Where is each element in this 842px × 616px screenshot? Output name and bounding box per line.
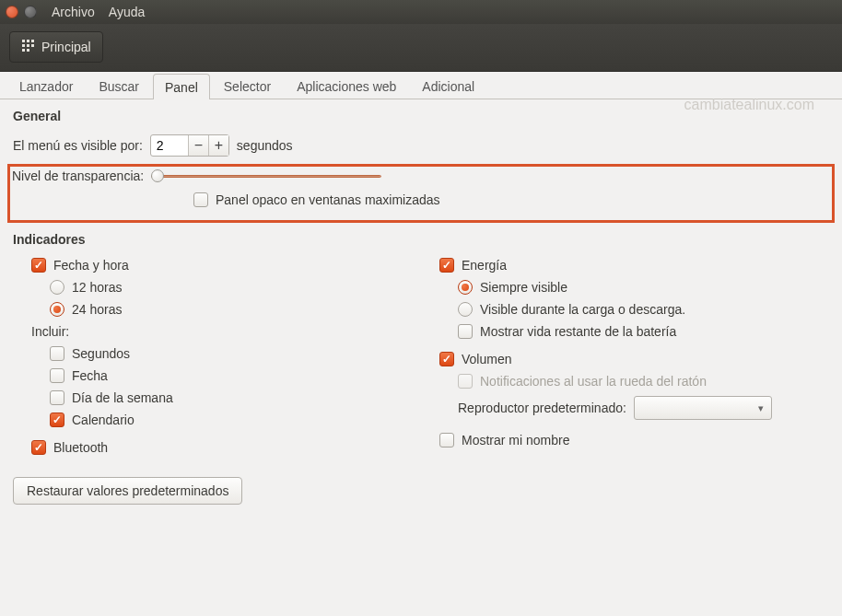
grid-icon (21, 39, 36, 56)
seconds-label: Segundos (72, 346, 130, 361)
content-area: General El menú es visible por: − + segu… (0, 99, 842, 517)
checkbox-icon (193, 192, 208, 207)
menu-visible-plus[interactable]: + (208, 135, 228, 156)
checkbox-icon (50, 346, 64, 361)
transparency-row: Nivel de transparencia: (12, 169, 826, 183)
svg-rect-1 (27, 40, 29, 42)
section-indicators-title: Indicadores (13, 232, 829, 247)
svg-rect-5 (31, 44, 34, 47)
tab-selector[interactable]: Selector (212, 73, 283, 99)
default-player-row: Reproductor predeterminado: (458, 396, 829, 420)
default-player-combo[interactable] (634, 396, 772, 420)
checkbox-icon (458, 374, 473, 389)
left-column: Fecha y hora 12 horas 24 horas Incluir: … (13, 258, 403, 462)
always-visible-radio[interactable]: Siempre visible (458, 280, 829, 295)
calendar-label: Calendario (72, 413, 134, 427)
transparency-slider[interactable] (151, 169, 381, 182)
checkbox-icon (439, 433, 454, 447)
datetime-label: Fecha y hora (53, 258, 129, 273)
wheel-notify-label: Notificaciones al usar la rueda del rató… (480, 374, 707, 389)
tab-aplicaciones-web[interactable]: Aplicaciones web (285, 73, 408, 99)
opaque-panel-label: Panel opaco en ventanas maximizadas (216, 192, 440, 207)
checkbox-icon (439, 258, 454, 273)
slider-track (151, 175, 381, 178)
checkbox-icon (31, 258, 46, 273)
datetime-checkbox[interactable]: Fecha y hora (31, 258, 403, 273)
opaque-panel-checkbox[interactable]: Panel opaco en ventanas maximizadas (193, 192, 826, 207)
battery-remaining-label: Mostrar vida restante de la batería (480, 324, 676, 339)
restore-defaults-button[interactable]: Restaurar valores predeterminados (13, 477, 242, 505)
energy-checkbox[interactable]: Energía (439, 258, 829, 273)
charging-label: Visible durante la carga o descarga. (480, 302, 685, 317)
svg-rect-4 (27, 44, 29, 47)
wheel-notify-checkbox: Notificaciones al usar la rueda del rató… (458, 374, 829, 389)
bluetooth-checkbox[interactable]: Bluetooth (31, 440, 403, 455)
weekday-label: Día de la semana (72, 390, 173, 405)
toolbar: Principal (0, 24, 842, 72)
hours12-radio[interactable]: 12 horas (50, 280, 403, 295)
default-player-label: Reproductor predeterminado: (458, 401, 626, 415)
toolbar-main-label: Principal (41, 40, 91, 54)
svg-rect-6 (22, 49, 25, 52)
transparency-highlight: Nivel de transparencia: Panel opaco en v… (7, 164, 835, 223)
transparency-label: Nivel de transparencia: (12, 169, 144, 183)
checkbox-icon (50, 413, 64, 427)
date-label: Fecha (72, 368, 108, 383)
tab-bar: Lanzador Buscar Panel Selector Aplicacio… (0, 72, 842, 99)
menu-visible-stepper[interactable]: − + (150, 134, 229, 157)
minimize-window-button[interactable] (24, 6, 37, 18)
menu-help[interactable]: Ayuda (109, 5, 145, 19)
volume-checkbox[interactable]: Volumen (439, 352, 829, 366)
date-checkbox[interactable]: Fecha (50, 368, 403, 383)
menu-visible-input[interactable] (151, 135, 188, 156)
window-titlebar: Archivo Ayuda (0, 0, 842, 24)
tab-lanzador[interactable]: Lanzador (7, 73, 85, 99)
svg-rect-7 (27, 49, 29, 52)
toolbar-main-button[interactable]: Principal (9, 31, 103, 63)
slider-thumb[interactable] (151, 169, 164, 182)
menu-visible-label: El menú es visible por: (13, 138, 143, 153)
checkbox-icon (50, 390, 64, 405)
checkbox-icon (50, 368, 64, 383)
seconds-checkbox[interactable]: Segundos (50, 346, 403, 361)
svg-rect-2 (31, 40, 34, 42)
show-name-checkbox[interactable]: Mostrar mi nombre (439, 433, 829, 447)
checkbox-icon (439, 352, 454, 366)
volume-label: Volumen (462, 352, 511, 366)
menubar: Archivo Ayuda (52, 5, 156, 19)
show-name-label: Mostrar mi nombre (462, 433, 569, 447)
radio-icon (458, 302, 473, 317)
menu-file[interactable]: Archivo (52, 5, 95, 19)
bluetooth-label: Bluetooth (53, 440, 108, 455)
tab-adicional[interactable]: Adicional (410, 73, 486, 99)
energy-label: Energía (462, 258, 507, 273)
calendar-checkbox[interactable]: Calendario (50, 413, 403, 427)
checkbox-icon (31, 440, 46, 455)
hours24-radio[interactable]: 24 horas (50, 302, 403, 317)
weekday-checkbox[interactable]: Día de la semana (50, 390, 403, 405)
radio-icon (50, 302, 64, 317)
hours24-label: 24 horas (72, 302, 122, 317)
radio-icon (458, 280, 473, 295)
menu-visible-minus[interactable]: − (188, 135, 208, 156)
radio-icon (50, 280, 64, 295)
close-window-button[interactable] (6, 6, 18, 18)
section-general-title: General (13, 109, 829, 123)
charging-radio[interactable]: Visible durante la carga o descarga. (458, 302, 829, 317)
tab-buscar[interactable]: Buscar (87, 73, 151, 99)
svg-rect-3 (22, 44, 25, 47)
checkbox-icon (458, 324, 473, 339)
right-column: Energía Siempre visible Visible durante … (439, 258, 829, 462)
include-label: Incluir: (31, 324, 403, 339)
hours12-label: 12 horas (72, 280, 122, 295)
menu-visible-row: El menú es visible por: − + segundos (13, 134, 829, 157)
svg-rect-0 (22, 40, 25, 42)
menu-visible-unit: segundos (237, 138, 293, 153)
tab-panel[interactable]: Panel (153, 74, 210, 99)
battery-remaining-checkbox[interactable]: Mostrar vida restante de la batería (458, 324, 829, 339)
always-visible-label: Siempre visible (480, 280, 567, 295)
